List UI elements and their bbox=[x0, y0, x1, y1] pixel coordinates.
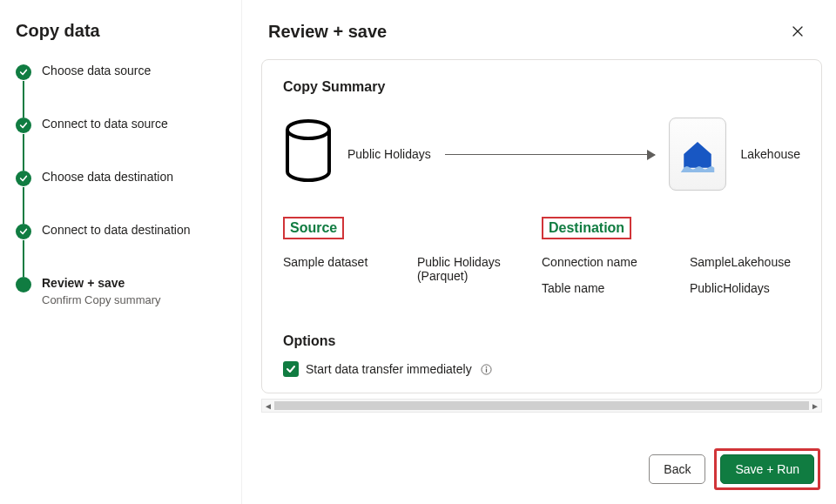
step-sublabel: Confirm Copy summary bbox=[42, 293, 161, 306]
step-connector bbox=[23, 134, 24, 171]
wizard-sidebar: Copy data Choose data source Connect to … bbox=[0, 0, 242, 504]
step-label: Connect to data source bbox=[42, 117, 168, 131]
save-run-highlight: Save + Run bbox=[714, 448, 820, 490]
sidebar-title: Copy data bbox=[16, 21, 226, 41]
close-button[interactable] bbox=[785, 19, 810, 44]
checkmark-icon bbox=[16, 171, 31, 186]
current-step-icon bbox=[16, 277, 31, 292]
kv-row: Connection name SampleLakehouse bbox=[542, 255, 800, 269]
destination-column: Destination Connection name SampleLakeho… bbox=[542, 217, 800, 307]
option-label: Start data transfer immediately bbox=[306, 362, 472, 376]
back-button[interactable]: Back bbox=[649, 454, 705, 484]
step-label: Choose data destination bbox=[42, 170, 173, 184]
kv-key: Sample dataset bbox=[283, 255, 417, 283]
step-connect-to-data-destination[interactable]: Connect to data destination bbox=[16, 223, 226, 239]
footer-actions: Back Save + Run bbox=[649, 448, 820, 490]
card-title: Copy Summary bbox=[283, 79, 800, 95]
checkmark-icon bbox=[16, 224, 31, 239]
dest-name: Lakehouse bbox=[740, 147, 800, 161]
step-label: Review + save bbox=[42, 276, 161, 290]
step-list: Choose data source Connect to data sourc… bbox=[16, 64, 226, 306]
summary-flow: Public Holidays Lakehouse bbox=[283, 118, 800, 191]
checkmark-icon bbox=[16, 118, 31, 133]
horizontal-scrollbar[interactable]: ◄ ► bbox=[261, 399, 822, 413]
copy-summary-card: Copy Summary Public Holidays Lakehouse S… bbox=[261, 59, 822, 393]
step-connector bbox=[23, 81, 24, 118]
page-title: Review + save bbox=[268, 22, 387, 42]
svg-point-2 bbox=[485, 366, 487, 367]
checkmark-icon bbox=[16, 64, 31, 80]
kv-row: Table name PublicHolidays bbox=[542, 281, 800, 295]
main-header: Review + save bbox=[242, 0, 836, 59]
kv-value: SampleLakehouse bbox=[690, 255, 791, 269]
step-connector bbox=[23, 187, 24, 224]
source-heading: Source bbox=[283, 217, 344, 239]
save-run-button[interactable]: Save + Run bbox=[720, 454, 814, 484]
source-column: Source Sample dataset Public Holidays (P… bbox=[283, 217, 542, 307]
scroll-right-icon[interactable]: ► bbox=[809, 400, 821, 412]
step-choose-data-source[interactable]: Choose data source bbox=[16, 64, 226, 80]
option-start-transfer: Start data transfer immediately bbox=[283, 361, 800, 377]
step-label: Connect to data destination bbox=[42, 223, 190, 237]
info-icon[interactable] bbox=[481, 364, 492, 375]
svg-rect-3 bbox=[485, 368, 486, 372]
step-label: Choose data source bbox=[42, 64, 151, 77]
database-icon bbox=[283, 119, 334, 190]
destination-heading: Destination bbox=[542, 217, 631, 239]
kv-value: Public Holidays (Parquet) bbox=[417, 255, 542, 283]
step-review-save[interactable]: Review + save Confirm Copy summary bbox=[16, 276, 226, 306]
kv-key: Connection name bbox=[542, 255, 690, 269]
arrow-icon bbox=[445, 154, 656, 155]
checkbox-start-transfer[interactable] bbox=[283, 361, 299, 377]
kv-value: PublicHolidays bbox=[690, 281, 770, 295]
kv-row: Sample dataset Public Holidays (Parquet) bbox=[283, 255, 542, 283]
kv-key: Table name bbox=[542, 281, 690, 295]
svg-point-0 bbox=[287, 121, 329, 138]
main-panel: Review + save Copy Summary Public Holida… bbox=[242, 0, 836, 504]
lakehouse-icon bbox=[669, 118, 726, 191]
step-connector bbox=[23, 240, 24, 277]
source-name: Public Holidays bbox=[347, 147, 431, 161]
scrollbar-thumb[interactable] bbox=[274, 401, 809, 410]
step-choose-data-destination[interactable]: Choose data destination bbox=[16, 170, 226, 186]
scroll-left-icon[interactable]: ◄ bbox=[262, 400, 274, 412]
details-columns: Source Sample dataset Public Holidays (P… bbox=[283, 217, 800, 307]
options-heading: Options bbox=[283, 333, 800, 349]
step-connect-to-data-source[interactable]: Connect to data source bbox=[16, 117, 226, 133]
